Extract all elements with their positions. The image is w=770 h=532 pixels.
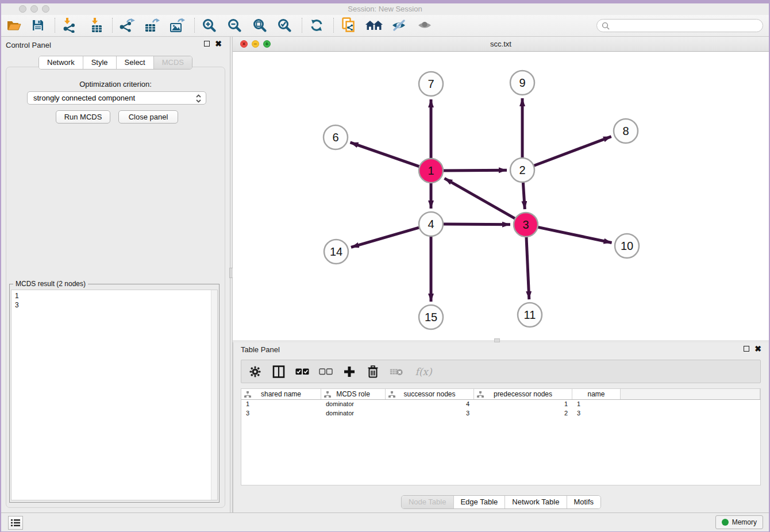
edge-2-8[interactable] xyxy=(533,137,611,167)
mcds-result-text[interactable]: 13 xyxy=(11,290,218,500)
hide-selected-button[interactable] xyxy=(388,16,410,34)
table-cell[interactable]: 4 xyxy=(386,400,474,409)
duplicate-network-button[interactable] xyxy=(338,16,360,34)
node-6[interactable]: 6 xyxy=(324,125,348,149)
export-table-button[interactable] xyxy=(141,16,163,34)
edge-4-14[interactable] xyxy=(351,227,421,247)
column-header-MCDS-role[interactable]: MCDS role xyxy=(321,389,386,399)
tab-network[interactable]: Network xyxy=(39,56,83,69)
deselect-all-button[interactable] xyxy=(319,365,333,379)
node-3[interactable]: 3 xyxy=(514,213,538,237)
node-8[interactable]: 8 xyxy=(614,119,638,143)
close-panel-icon[interactable]: ✖ xyxy=(215,41,222,47)
criterion-dropdown[interactable]: strongly connected component xyxy=(27,91,206,105)
node-label: 3 xyxy=(522,218,529,231)
edge-3-1[interactable] xyxy=(444,178,516,219)
column-header-shared-name[interactable]: shared name xyxy=(241,389,321,399)
node-14[interactable]: 14 xyxy=(324,240,348,264)
edge-4-3[interactable] xyxy=(442,224,510,225)
node-label: 4 xyxy=(428,218,434,230)
edge-2-3[interactable] xyxy=(523,181,525,209)
export-network-button[interactable] xyxy=(116,16,138,34)
mcds-result-title: MCDS result (2 nodes) xyxy=(13,280,88,288)
table-cell[interactable]: 1 xyxy=(572,400,621,409)
task-history-button[interactable] xyxy=(8,516,23,530)
refresh-layout-button[interactable] xyxy=(306,16,328,34)
close-panel-button[interactable]: Close panel xyxy=(118,110,178,124)
window-frame-left xyxy=(0,0,1,532)
edge-3-10[interactable] xyxy=(537,227,612,243)
show-all-icon xyxy=(417,18,432,32)
search-field[interactable] xyxy=(596,19,763,32)
show-all-button[interactable] xyxy=(414,16,436,34)
split-panel-button[interactable] xyxy=(272,365,286,379)
table-tab-motifs[interactable]: Motifs xyxy=(567,496,600,508)
zoom-out-button[interactable] xyxy=(224,16,245,34)
export-network-icon xyxy=(119,18,135,33)
import-table-button[interactable] xyxy=(86,16,107,34)
search-input[interactable] xyxy=(613,21,763,30)
zoom-selected-button[interactable] xyxy=(274,16,295,34)
network-canvas[interactable]: 1234678910111415 xyxy=(233,52,769,340)
table-settings-button[interactable] xyxy=(248,365,262,379)
node-9[interactable]: 9 xyxy=(510,71,534,95)
zoom-fit-button[interactable] xyxy=(249,16,271,34)
tree-icon xyxy=(244,391,251,398)
result-scrollbar[interactable] xyxy=(211,290,217,500)
node-label: 10 xyxy=(621,240,633,252)
column-header-successor-nodes[interactable]: successor nodes xyxy=(386,389,474,399)
node-4[interactable]: 4 xyxy=(419,212,443,236)
table-cell[interactable]: 2 xyxy=(474,409,572,418)
table-row[interactable]: 1dominator411 xyxy=(241,400,760,409)
delete-table-button[interactable] xyxy=(390,365,403,379)
open-session-icon xyxy=(6,19,21,32)
edge-1-2[interactable] xyxy=(442,170,507,171)
table-cell[interactable]: 1 xyxy=(241,400,321,409)
float-panel-icon[interactable] xyxy=(204,41,210,47)
table-cell[interactable]: 3 xyxy=(572,409,621,418)
delete-column-button[interactable] xyxy=(366,365,380,379)
tab-style[interactable]: Style xyxy=(83,56,117,69)
table-row[interactable]: 3dominator323 xyxy=(241,409,760,418)
apply-function-button[interactable]: f(x) xyxy=(413,365,434,379)
table-cell[interactable]: dominator xyxy=(321,400,386,409)
save-session-button[interactable] xyxy=(27,16,49,34)
zoom-selected-icon xyxy=(278,18,291,32)
run-mcds-button[interactable]: Run MCDS xyxy=(56,110,110,124)
export-image-button[interactable] xyxy=(166,16,188,34)
memory-button[interactable]: Memory xyxy=(715,515,763,529)
table-cell[interactable]: 3 xyxy=(386,409,474,418)
node-label: 11 xyxy=(524,309,536,321)
application-window: Session: New Session xyxy=(0,0,770,532)
horizontal-splitter-handle[interactable] xyxy=(494,338,500,342)
float-table-panel-icon[interactable] xyxy=(744,346,749,352)
table-panel: Table Panel ✖ xyxy=(233,342,769,512)
table-tab-node-table[interactable]: Node Table xyxy=(402,496,454,508)
column-header-name[interactable]: name xyxy=(572,389,621,399)
import-network-button[interactable] xyxy=(58,16,80,34)
main-toolbar xyxy=(1,15,769,37)
node-1[interactable]: 1 xyxy=(419,159,443,183)
edge-1-6[interactable] xyxy=(350,142,421,167)
zoom-in-button[interactable] xyxy=(198,16,220,34)
neighbors-button[interactable] xyxy=(363,16,385,34)
node-11[interactable]: 11 xyxy=(518,303,542,327)
table-cell[interactable]: dominator xyxy=(321,409,386,418)
table-cell[interactable]: 3 xyxy=(241,409,321,418)
table-tab-edge-table[interactable]: Edge Table xyxy=(453,496,505,508)
node-7[interactable]: 7 xyxy=(419,72,443,96)
edge-3-11[interactable] xyxy=(526,236,529,299)
toolbar-divider xyxy=(194,18,195,33)
select-all-button[interactable] xyxy=(295,365,309,379)
column-header-predecessor-nodes[interactable]: predecessor nodes xyxy=(474,389,572,399)
close-table-panel-icon[interactable]: ✖ xyxy=(754,346,761,352)
add-column-button[interactable] xyxy=(342,365,356,379)
tab-select[interactable]: Select xyxy=(117,56,154,69)
node-2[interactable]: 2 xyxy=(510,158,534,182)
open-session-button[interactable] xyxy=(3,16,25,34)
tab-mcds[interactable]: MCDS xyxy=(154,56,192,69)
table-cell[interactable]: 1 xyxy=(474,400,572,409)
node-15[interactable]: 15 xyxy=(419,305,443,329)
table-tab-network-table[interactable]: Network Table xyxy=(505,496,567,508)
node-10[interactable]: 10 xyxy=(615,234,639,258)
